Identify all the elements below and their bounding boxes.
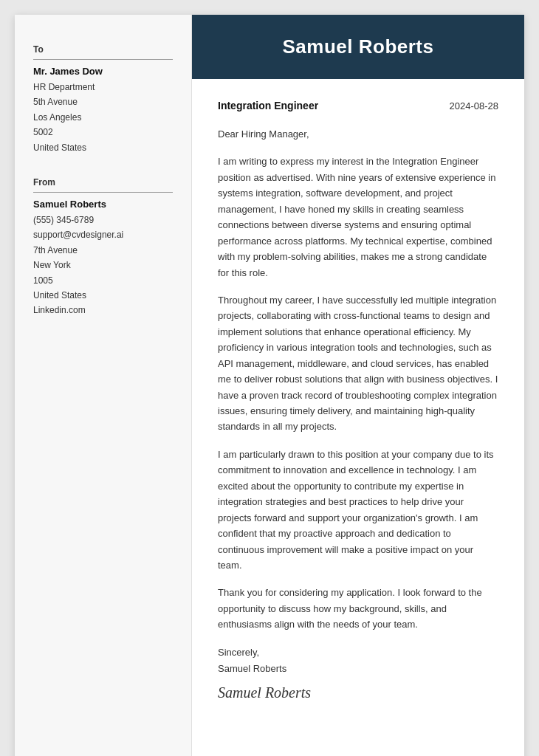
sender-city: New York — [33, 258, 173, 272]
closing-line1: Sincerely, — [218, 645, 498, 661]
recipient-zip: 5002 — [33, 125, 173, 140]
recipient-country: United States — [33, 140, 173, 155]
sender-name: Samuel Roberts — [33, 199, 173, 210]
main-content: Samuel Roberts Integration Engineer 2024… — [192, 15, 524, 756]
greeting: Dear Hiring Manager, — [218, 126, 498, 142]
paragraph-2: Throughout my career, I have successfull… — [218, 292, 498, 435]
signature-script: Samuel Roberts — [218, 684, 498, 701]
sender-zip: 1005 — [33, 273, 173, 288]
letter-body: Dear Hiring Manager, I am writing to exp… — [218, 126, 498, 633]
job-title-row: Integration Engineer 2024-08-28 — [218, 100, 498, 111]
recipient-city: Los Angeles — [33, 110, 173, 125]
applicant-name: Samuel Roberts — [214, 35, 502, 58]
recipient-street: 5th Avenue — [33, 94, 173, 109]
to-section: To Mr. James Dow HR Department 5th Avenu… — [33, 44, 173, 155]
closing-text: Sincerely, Samuel Roberts — [218, 645, 498, 677]
recipient-department: HR Department — [33, 80, 173, 94]
sender-email: support@cvdesigner.ai — [33, 227, 173, 242]
paragraph-3: I am particularly drawn to this position… — [218, 447, 498, 574]
paragraph-4: Thank you for considering my application… — [218, 585, 498, 632]
sender-website: Linkedin.com — [33, 303, 173, 317]
paragraph-1: I am writing to express my interest in t… — [218, 154, 498, 281]
page: To Mr. James Dow HR Department 5th Avenu… — [15, 15, 524, 756]
from-label: From — [33, 177, 173, 193]
sender-phone: (555) 345-6789 — [33, 213, 173, 227]
from-section: From Samuel Roberts (555) 345-6789 suppo… — [33, 177, 173, 318]
closing-line2: Samuel Roberts — [218, 661, 498, 677]
sender-country: United States — [33, 288, 173, 303]
recipient-name: Mr. James Dow — [33, 66, 173, 77]
job-title: Integration Engineer — [218, 100, 318, 111]
header-banner: Samuel Roberts — [192, 15, 524, 79]
content-area: Integration Engineer 2024-08-28 Dear Hir… — [192, 79, 524, 727]
letter-date: 2024-08-28 — [450, 100, 499, 111]
to-label: To — [33, 44, 173, 60]
sender-street: 7th Avenue — [33, 243, 173, 258]
sidebar: To Mr. James Dow HR Department 5th Avenu… — [15, 15, 192, 756]
